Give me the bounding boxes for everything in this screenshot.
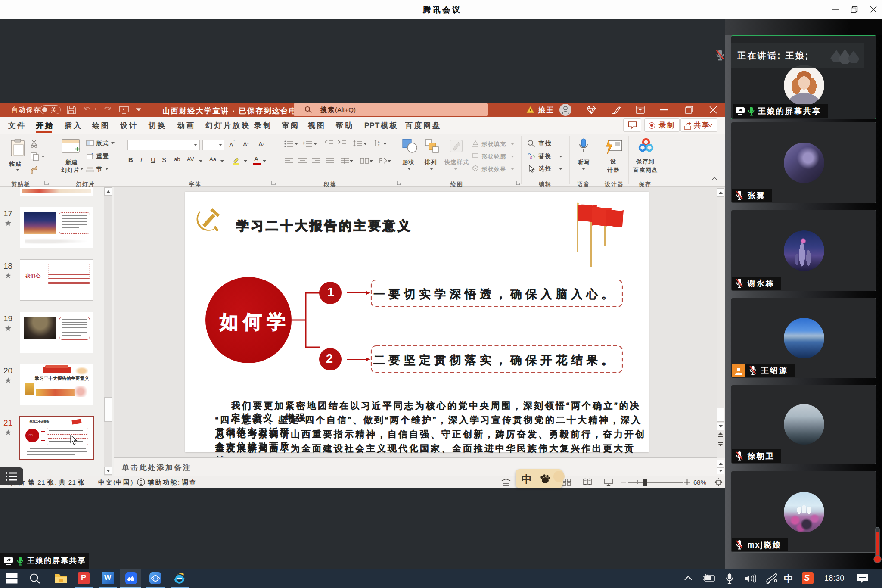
- svg-text:Z: Z: [378, 144, 380, 147]
- svg-text:A: A: [378, 140, 380, 143]
- svg-text:b: b: [530, 155, 532, 159]
- svg-text:2: 2: [303, 143, 305, 146]
